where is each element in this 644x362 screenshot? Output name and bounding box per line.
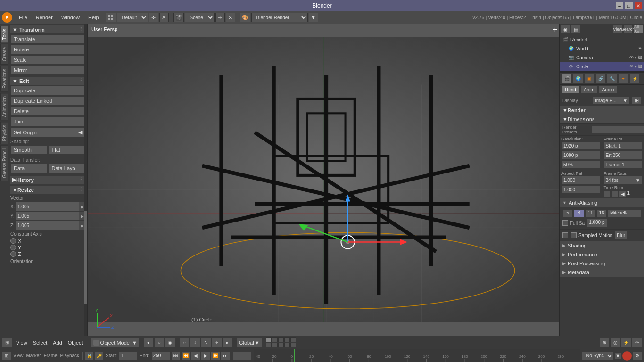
time-rem-check2[interactable] — [611, 190, 618, 197]
prop-world-icon[interactable]: 🌍 — [573, 74, 583, 83]
shading-tex-icon[interactable]: ◉ — [165, 337, 175, 348]
layer-9[interactable] — [284, 343, 290, 347]
tool-5-icon[interactable]: ▸ — [223, 337, 233, 348]
join-button[interactable]: Join — [10, 117, 85, 126]
layer-6[interactable] — [266, 343, 272, 347]
layer-7[interactable] — [272, 343, 278, 347]
constraint-x-check[interactable] — [10, 238, 16, 244]
shading-solid-icon[interactable]: ● — [143, 337, 154, 348]
tl-frame-label[interactable]: Frame — [43, 353, 58, 358]
prop-particles-icon[interactable]: ✦ — [618, 74, 628, 83]
menu-file[interactable]: File — [15, 14, 31, 21]
tool-1-icon[interactable]: ↔ — [179, 337, 190, 348]
z-input[interactable] — [16, 221, 79, 230]
minimize-button[interactable]: – — [616, 2, 623, 9]
layer-3[interactable] — [278, 337, 284, 342]
camera-cursor-icon[interactable]: ▸ — [635, 55, 637, 60]
layer-2[interactable] — [272, 337, 278, 342]
menu-help[interactable]: Help — [84, 14, 103, 21]
prev-frame-button[interactable]: ⏪ — [181, 351, 190, 361]
aa-5[interactable]: 5 — [562, 209, 573, 218]
outliner-renderl[interactable]: 🎬 RenderL — [560, 35, 644, 44]
prop-physics-icon[interactable]: ⚡ — [629, 74, 640, 83]
post-processing-collapsible[interactable]: ▶ Post Processing — [560, 259, 644, 268]
next-frame-button[interactable]: ⏩ — [211, 351, 220, 361]
camera-eye-icon[interactable]: 👁 — [629, 55, 634, 60]
outliner-icon-1[interactable]: ◉ — [561, 25, 570, 34]
editor-type-select[interactable]: Default — [117, 13, 148, 22]
scale-button[interactable]: Scale — [10, 55, 85, 65]
outliner-icon-2[interactable]: ▤ — [571, 25, 580, 34]
physics-viz-icon[interactable]: ⚡ — [621, 337, 631, 348]
circle-render-icon[interactable]: 🖼 — [638, 64, 642, 69]
frame-end-input[interactable]: En:250 — [604, 151, 643, 159]
translate-button[interactable]: Translate — [10, 34, 85, 44]
object-mode-dropdown[interactable]: Object Mode ▼ — [91, 338, 140, 347]
left-panel-scrollbar[interactable] — [84, 24, 87, 336]
menu-window[interactable]: Window — [58, 14, 83, 21]
constraint-y-check[interactable] — [10, 245, 16, 250]
side-tab-animation[interactable]: Animation — [0, 93, 8, 120]
circle-eye-icon[interactable]: 👁 — [629, 64, 634, 69]
dimensions-header[interactable]: ▼ Dimensions — [560, 115, 644, 124]
aspect-x-input[interactable]: 1.000 — [561, 176, 600, 184]
jump-start-button[interactable]: ⏮ — [171, 351, 181, 361]
rotate-button[interactable]: Rotate — [10, 45, 85, 54]
mirror-button[interactable]: Mirror — [10, 66, 85, 75]
editor-type-icon-bottom[interactable]: ⊞ — [2, 337, 12, 348]
constraint-z-check[interactable] — [10, 251, 16, 257]
close-button[interactable]: ✕ — [635, 2, 642, 9]
object-label[interactable]: Object — [66, 340, 85, 346]
tl-marker-label[interactable]: Marker — [25, 353, 42, 358]
timeline-editor-icon[interactable]: ⊞ — [2, 351, 11, 361]
sync-extra-icon[interactable]: ▼ — [615, 353, 621, 359]
y-input[interactable] — [16, 212, 79, 220]
circle-cursor-icon[interactable]: ▸ — [635, 64, 637, 69]
tl-playback-label[interactable]: Playback — [59, 353, 81, 358]
aspect-y-input[interactable]: 1.000 — [561, 185, 600, 194]
res-y-input[interactable]: 1080 p — [561, 151, 600, 159]
sync-dropdown[interactable]: No Sync — [582, 351, 614, 361]
side-tab-create[interactable]: Create — [0, 44, 8, 65]
history-header[interactable]: ▶ History ⋮ — [10, 176, 85, 184]
res-pct-input[interactable]: 50% — [561, 160, 600, 169]
aa-mitchell-dropdown[interactable]: Mitchell- — [608, 209, 641, 218]
fps-input[interactable]: 24 fps ▼ — [604, 176, 643, 184]
display-dropdown[interactable]: Image E... ▼ — [593, 96, 630, 105]
tl-current-input[interactable] — [233, 352, 252, 360]
side-tab-physics[interactable]: Physics — [0, 122, 8, 144]
play-button[interactable]: ▶ — [201, 351, 210, 361]
menu-render[interactable]: Render — [32, 14, 57, 21]
prop-scene-icon[interactable]: 🎬 — [561, 74, 572, 83]
maximize-button[interactable]: □ — [625, 2, 633, 9]
grease-icon[interactable]: ✏ — [632, 337, 642, 348]
rend-tab[interactable]: Rend — [561, 86, 579, 94]
performance-collapsible[interactable]: ▶ Performance — [560, 250, 644, 259]
layer-1[interactable] — [266, 337, 272, 342]
render-presets-input[interactable] — [592, 125, 644, 134]
shading-wire-icon[interactable]: ○ — [154, 337, 165, 348]
timeline-settings-icon[interactable]: ⚙ — [633, 351, 642, 361]
timeline-ruler[interactable]: -40 -20 0 20 40 60 80 100 120 140 — [254, 349, 580, 362]
snap-icon[interactable]: ⊕ — [599, 337, 610, 348]
render-section-header[interactable]: ▼ Render — [560, 106, 644, 115]
lock-icon[interactable]: 🔒 — [84, 351, 94, 361]
sampled-motion-check[interactable] — [562, 232, 568, 238]
select-label[interactable]: Select — [31, 340, 50, 346]
render-engine-select[interactable]: Blender Render — [251, 13, 308, 22]
tool-3-icon[interactable]: ⤡ — [201, 337, 211, 348]
outliner-world[interactable]: 🌍 World 👁 — [560, 44, 644, 53]
outliner-search-tab[interactable]: Search — [623, 25, 633, 34]
sampled-motion-check2[interactable] — [571, 232, 577, 238]
blur-button[interactable]: Blur — [614, 231, 627, 239]
camera-render-icon[interactable]: 🖼 — [638, 55, 642, 60]
jump-end-button[interactable]: ⏭ — [221, 351, 230, 361]
layer-5[interactable] — [290, 337, 296, 342]
duplicate-linked-button[interactable]: Duplicate Linked — [10, 96, 85, 106]
scene-add-icon[interactable]: ✛ — [215, 13, 225, 22]
prop-edit-icon[interactable]: ◎ — [610, 337, 620, 348]
layer-8[interactable] — [278, 343, 284, 347]
tool-2-icon[interactable]: ↕ — [190, 337, 200, 348]
duplicate-button[interactable]: Duplicate — [10, 86, 85, 95]
tl-end-input[interactable] — [151, 352, 170, 360]
